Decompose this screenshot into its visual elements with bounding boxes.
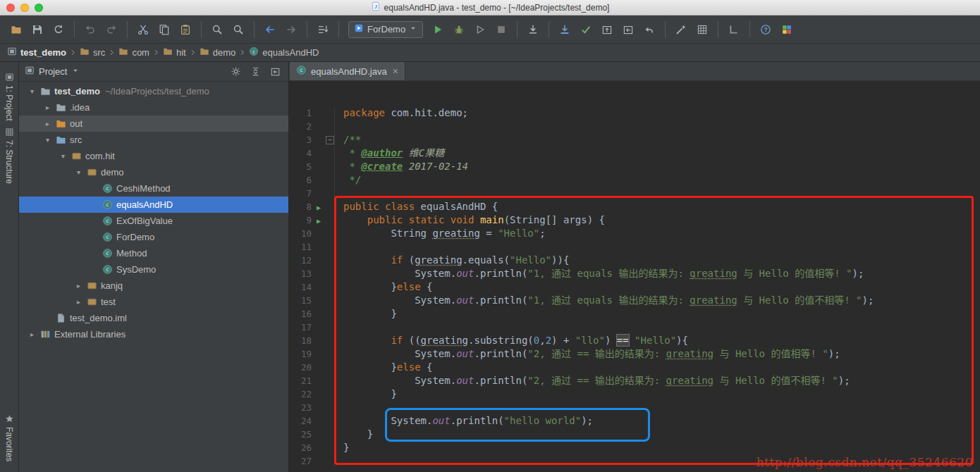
breadcrumb-item-src[interactable]: src (80, 46, 105, 58)
line-number[interactable]: 2 (289, 120, 312, 133)
line-number[interactable]: 22 (289, 387, 312, 401)
close-window-button[interactable] (6, 4, 15, 12)
attach-icon[interactable] (524, 20, 542, 39)
code-line-1[interactable]: 1package com.hit.demo; (289, 106, 980, 120)
vcs-shelve-icon[interactable] (619, 20, 637, 39)
tree-item-test[interactable]: ▸test (19, 294, 288, 310)
line-number[interactable]: 10 (289, 227, 312, 240)
find-icon[interactable] (208, 20, 226, 39)
save-all-icon[interactable] (28, 20, 47, 39)
line-number[interactable]: 20 (289, 361, 312, 374)
code-line-9[interactable]: 9▶ public static void main(String[] args… (289, 213, 980, 227)
tool-window-button-favorites[interactable]: Favorites (4, 414, 14, 461)
code-line-14[interactable]: 14 }else { (289, 280, 980, 294)
chevron-down-icon[interactable]: ▾ (42, 136, 54, 144)
debug-icon[interactable] (450, 20, 468, 39)
collapse-all-icon[interactable] (247, 64, 263, 80)
zoom-window-button[interactable] (35, 4, 43, 12)
tree-item-src[interactable]: ▾src (19, 132, 288, 148)
chevron-down-icon[interactable]: ▾ (26, 87, 38, 95)
fold-icon[interactable]: − (326, 136, 334, 144)
line-number[interactable]: 12 (289, 254, 312, 267)
tree-item-com.hit[interactable]: ▾com.hit (19, 148, 288, 164)
chevron-down-icon[interactable]: ▾ (73, 168, 85, 176)
line-number[interactable]: 5 (289, 160, 312, 173)
tree-item-ForDemo[interactable]: cForDemo (19, 229, 288, 245)
editor-tab-equalsAndHD[interactable]: c equalsAndHD.java × (290, 62, 405, 80)
code-area[interactable]: 1package com.hit.demo;23−/**4 * @author … (289, 81, 980, 468)
chevron-down-icon[interactable]: ▾ (57, 152, 69, 160)
stop-icon[interactable] (492, 20, 510, 39)
line-number[interactable]: 25 (289, 428, 312, 441)
magic-wand-icon[interactable] (672, 20, 690, 39)
code-line-15[interactable]: 15 System.out.println("1, 通过 equals 输出的结… (289, 294, 980, 307)
breadcrumb-item-hit[interactable]: hit (163, 46, 186, 58)
line-number[interactable]: 26 (289, 441, 312, 454)
open-icon[interactable] (7, 20, 25, 39)
tree-item-out[interactable]: ▸out (19, 116, 288, 132)
console-icon[interactable] (725, 20, 743, 39)
code-line-8[interactable]: 8▶public class equalsAndHD { (289, 200, 980, 213)
back-icon[interactable] (261, 20, 279, 39)
code-line-18[interactable]: 18 if ((greating.substring(0,2) + "llo")… (289, 334, 980, 347)
line-number[interactable]: 19 (289, 347, 312, 361)
vcs-update-icon[interactable] (556, 20, 574, 39)
code-line-3[interactable]: 3−/** (289, 133, 980, 147)
line-number[interactable]: 3 (289, 133, 312, 147)
rollback-icon[interactable] (640, 20, 659, 39)
editor[interactable]: 1package com.hit.demo;23−/**4 * @author … (289, 81, 980, 472)
line-number[interactable]: 4 (289, 147, 312, 160)
code-line-19[interactable]: 19 System.out.println("2, 通过 == 输出的结果为: … (289, 347, 980, 361)
line-number[interactable]: 15 (289, 294, 312, 307)
close-tab-icon[interactable]: × (393, 66, 398, 76)
chevron-right-icon[interactable]: ▸ (42, 104, 54, 111)
code-line-24[interactable]: 24 System.out.println("hello world"); (289, 414, 980, 428)
copy-icon[interactable] (155, 20, 173, 39)
undo-icon[interactable] (81, 20, 99, 39)
export-grid-icon[interactable] (693, 20, 711, 39)
help-icon[interactable]: ? (757, 20, 775, 39)
code-line-16[interactable]: 16 } (289, 307, 980, 321)
run-coverage-icon[interactable] (471, 20, 489, 39)
line-number[interactable]: 9 (289, 213, 312, 227)
code-line-12[interactable]: 12 if (greating.equals("Hello")){ (289, 254, 980, 267)
run-line-icon[interactable]: ▶ (317, 204, 321, 211)
code-line-4[interactable]: 4 * @author 维C果糖 (289, 147, 980, 160)
compare-icon[interactable] (314, 20, 332, 39)
project-view-dropdown-icon[interactable] (71, 66, 80, 77)
line-number[interactable]: 17 (289, 321, 312, 334)
run-line-icon[interactable]: ▶ (317, 217, 321, 225)
synchronize-icon[interactable] (49, 20, 68, 39)
line-number[interactable]: 23 (289, 401, 312, 414)
code-line-17[interactable]: 17 (289, 321, 980, 334)
chevron-right-icon[interactable]: ▸ (42, 120, 54, 128)
breadcrumb-item-demo[interactable]: demo (200, 46, 236, 58)
line-number[interactable]: 1 (289, 106, 312, 120)
project-settings-gear-icon[interactable] (228, 64, 243, 80)
tree-item-CeshiMethod[interactable]: cCeshiMethod (19, 180, 288, 197)
tree-item-SysDemo[interactable]: cSysDemo (19, 261, 288, 278)
line-number[interactable]: 7 (289, 187, 312, 200)
line-number[interactable]: 27 (289, 454, 312, 468)
vcs-commit-icon[interactable] (577, 20, 595, 39)
chevron-right-icon[interactable]: ▸ (73, 282, 85, 290)
line-number[interactable]: 21 (289, 374, 312, 387)
line-number[interactable]: 24 (289, 414, 312, 428)
hide-panel-icon[interactable] (267, 64, 283, 80)
tool-window-button-7-structure[interactable]: 7: Structure (4, 128, 14, 184)
plugin-icon[interactable] (778, 20, 796, 39)
line-number[interactable]: 18 (289, 334, 312, 347)
code-line-25[interactable]: 25 } (289, 428, 980, 441)
tree-item-kanjq[interactable]: ▸kanjq (19, 278, 288, 294)
cut-icon[interactable] (134, 20, 152, 39)
line-number[interactable]: 13 (289, 267, 312, 280)
run-configuration-select[interactable]: ForDemo (348, 21, 423, 38)
breadcrumb-item-equalsAndHD[interactable]: cequalsAndHD (249, 46, 319, 58)
tree-item-External Libraries[interactable]: ▸External Libraries (19, 326, 288, 342)
tree-item-.idea[interactable]: ▸.idea (19, 99, 288, 116)
redo-icon[interactable] (102, 20, 121, 39)
breadcrumb-item-com[interactable]: com (118, 46, 149, 58)
code-line-26[interactable]: 26} (289, 441, 980, 454)
minimize-window-button[interactable] (20, 4, 29, 12)
project-panel-title[interactable]: Project (39, 66, 67, 77)
